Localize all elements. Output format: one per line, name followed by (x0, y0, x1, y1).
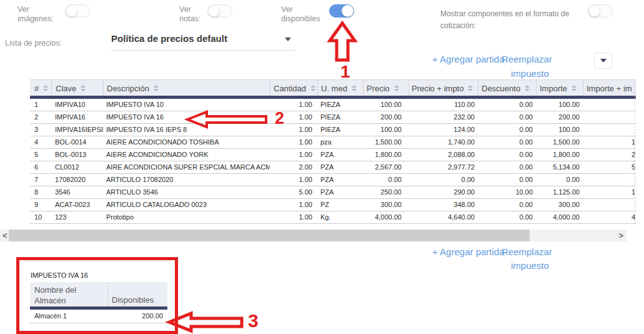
cell-importe-impto (583, 111, 636, 123)
cell-num: 4 (30, 136, 51, 148)
cell-precio: 250.00 (363, 186, 408, 198)
annotation-arrow-up-1 (328, 21, 357, 63)
replace-tax-link-bottom[interactable]: Reemplazar (502, 246, 552, 257)
scrollbar-thumb[interactable] (9, 230, 530, 241)
table-row[interactable]: 2 IMPIVA16 IMPUESTO IVA 16 1.00 PIEZA 20… (30, 111, 636, 124)
cell-importe: 300.00 (536, 199, 583, 211)
cell-descripcion: AIERE ACONDICIONADO TOSHIBA (103, 136, 270, 148)
replace-tax-link[interactable]: Reemplazar (502, 54, 552, 64)
add-item-link[interactable]: + Agregar partida (432, 54, 505, 64)
cell-precio: 2,567.00 (363, 161, 408, 173)
cell-importe: 1,125.00 (536, 186, 583, 198)
cell-importe-impto: 4 (583, 211, 636, 223)
table-row[interactable]: 6 CL0012 AIRE ACONDICIONA SUPER ESPCIAL … (30, 161, 636, 174)
annotation-number-1: 1 (340, 62, 350, 82)
cell-precio-impto: 124.00 (408, 124, 478, 136)
cell-umed: PZA (317, 161, 363, 173)
ver-disponibles-toggle[interactable] (329, 4, 354, 18)
cell-importe-impto: 1 (583, 186, 636, 198)
table-row[interactable]: 10 123 Prototipo 1.00 Kg. 4,000.00 4,640… (30, 211, 636, 224)
table-header: # Clave Descripción Cantidad U. med Prec… (30, 79, 636, 96)
col-header-precio-impto[interactable]: Precio + impto (408, 80, 478, 96)
col-header-precio[interactable]: Precio (363, 80, 408, 96)
cell-precio: 100.00 (363, 124, 408, 136)
col-header-umed[interactable]: U. med (317, 80, 363, 96)
cell-descripcion: Prototipo (103, 211, 270, 223)
table-row[interactable]: 8 3546 ARTICULO 3546 5.00 PZA 250.00 290… (30, 186, 636, 199)
cell-importe-impto (583, 99, 636, 111)
cell-precio: 300.00 (363, 199, 408, 211)
cell-descuento: 0.00 (478, 149, 536, 161)
cell-precio-impto: 290.00 (408, 186, 478, 198)
options-dropdown-button[interactable] (594, 53, 612, 69)
add-item-link-bottom[interactable]: + Agregar partida (432, 246, 505, 257)
col-header-clave[interactable]: Clave (51, 80, 103, 96)
cell-num: 2 (30, 111, 51, 123)
col-header-descuento[interactable]: Descuento (478, 80, 536, 96)
cell-importe: 1,800.00 (536, 149, 583, 161)
sort-icon (394, 85, 399, 91)
col-header-importe-impto[interactable]: Importe + im (583, 80, 636, 96)
cell-descuento: 0.00 (478, 111, 536, 123)
cell-importe-impto: 2 (583, 149, 636, 161)
cell-importe-impto (583, 199, 636, 211)
cell-importe: 4,000.00 (536, 211, 583, 223)
ver-notas-label: Ver notas: (179, 5, 201, 24)
table-row[interactable]: 3 IMPIVA16IEPS8 IMPUESTO IVA 16 IEPS 8 1… (30, 124, 636, 136)
col-header-descripcion[interactable]: Descripción (103, 80, 270, 96)
table-row[interactable]: 7 17082020 ARTICULO 17082020 1.00 PZA 0.… (30, 174, 636, 186)
mostrar-componentes-toggle[interactable] (588, 4, 613, 18)
horizontal-scrollbar[interactable]: < > (0, 230, 627, 241)
ver-notas-toggle[interactable] (207, 4, 232, 18)
cell-descuento: 0.00 (478, 211, 536, 223)
cell-cantidad: 5.00 (270, 186, 317, 198)
cell-importe: 0.00 (536, 174, 583, 186)
cell-umed: PIEZA (317, 111, 363, 123)
scroll-right-icon[interactable]: > (618, 230, 623, 241)
cell-descuento: 0.00 (478, 174, 536, 186)
cell-num: 1 (30, 99, 51, 111)
ver-imagenes-toggle[interactable] (65, 4, 90, 18)
quotation-items-screen: Ver imágenes: Ver notas: Ver disponibles… (0, 0, 644, 334)
cell-descripcion: ARTICULO 3546 (103, 186, 270, 198)
column-divider (635, 79, 635, 224)
cell-clave: BOL-0013 (51, 149, 103, 161)
cell-descuento: 10.00 (478, 186, 536, 198)
toggle-knob (342, 5, 354, 17)
cell-precio-impto: 2,977.72 (408, 161, 478, 173)
cell-clave: 3546 (51, 186, 103, 198)
cell-cantidad: 1.00 (270, 211, 317, 223)
replace-tax-link-line2[interactable]: impuesto (511, 68, 549, 79)
replace-tax-link-bottom-line2[interactable]: impuesto (511, 260, 549, 271)
cell-umed: PZA (317, 149, 363, 161)
table-row[interactable]: 4 BOL-0014 AIERE ACONDICIONADO TOSHIBA 1… (30, 136, 636, 149)
caret-down-icon (600, 59, 607, 63)
annotation-number-3: 3 (248, 310, 259, 331)
cell-clave: 123 (51, 211, 103, 223)
cell-descuento: 0.00 (478, 136, 536, 148)
cell-precio-impto: 348.00 (408, 199, 478, 211)
table-row[interactable]: 1 IMPIVA10 IMPUESTO IVA 10 1.00 PIEZA 10… (30, 99, 636, 111)
cell-num: 5 (30, 149, 51, 161)
col-header-importe[interactable]: Importe (536, 80, 583, 96)
col-header-num[interactable]: # (30, 80, 51, 96)
cell-clave: ACAT-0023 (51, 199, 103, 211)
cell-precio: 1,500.00 (363, 136, 408, 148)
ver-imagenes-label: Ver imágenes: (17, 5, 54, 24)
cell-precio: 200.00 (363, 111, 408, 123)
table-row[interactable]: 9 ACAT-0023 ARTICULO CATALOGADO 0023 1.0… (30, 199, 636, 211)
cell-num: 8 (30, 186, 51, 198)
toggle-knob (66, 5, 77, 17)
table-row[interactable]: 5 BOL-0013 AIERE ACONDICIONADO YORK 1.00… (30, 149, 636, 161)
cell-importe-impto (583, 174, 636, 186)
cell-descripcion: ARTICULO CATALOGADO 0023 (103, 199, 270, 211)
cell-clave: BOL-0014 (51, 136, 103, 148)
col-header-cantidad[interactable]: Cantidad (270, 80, 317, 96)
cell-cantidad: 1.00 (270, 199, 317, 211)
scroll-left-icon[interactable]: < (2, 230, 7, 241)
cell-clave: IMPIVA16IEPS8 (51, 124, 103, 136)
cell-descuento: 0.00 (478, 124, 536, 136)
cell-umed: PZA (317, 186, 363, 198)
cell-descripcion: IMPUESTO IVA 10 (103, 99, 270, 111)
price-list-select[interactable]: Política de precios default (111, 33, 295, 51)
